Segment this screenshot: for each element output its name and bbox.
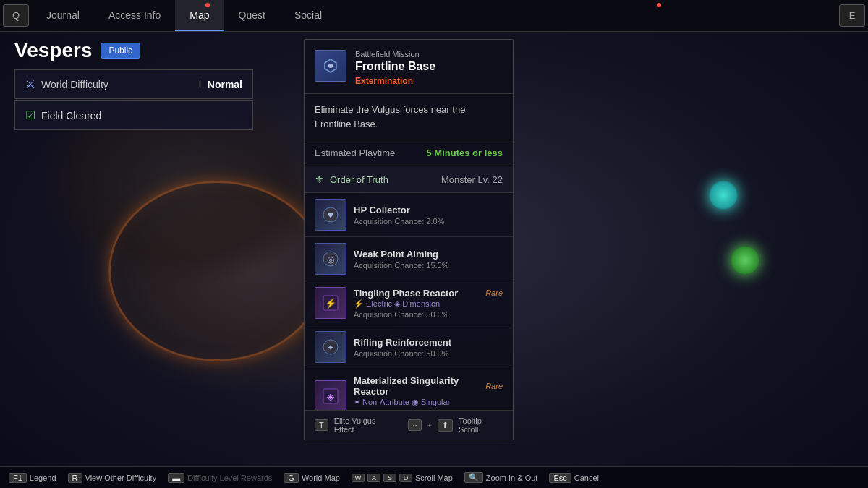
reward-info-1: Weak Point Aiming Acquisition Chance: 15…	[354, 249, 503, 270]
scroll-map-label: Scroll Map	[415, 474, 453, 482]
reward-item-tingling: ⚡ Tingling Phase Reactor Rare ⚡ Electric…	[305, 281, 513, 325]
playtime-label: Estimated Playtime	[315, 147, 395, 158]
zoom-item: 🔍 Zoom In & Out	[464, 472, 538, 483]
reward-thumb-4: ◈	[315, 380, 346, 410]
reward-name-4: Materialized Singularity Reactor	[354, 375, 485, 397]
faction-row: ⚜ Order of Truth Monster Lv. 22	[305, 166, 513, 193]
reward-thumb-3: ✦	[315, 331, 346, 363]
tab-quest[interactable]: Quest	[224, 0, 280, 31]
key-r: R	[68, 473, 82, 483]
cancel-item[interactable]: Esc Cancel	[549, 473, 599, 483]
key-e[interactable]: E	[839, 4, 865, 27]
cancel-label: Cancel	[574, 474, 599, 482]
tab-access-info[interactable]: Access Info	[94, 0, 175, 31]
footer-key-scroll: ⬆	[438, 419, 453, 432]
mission-popup: Battlefield Mission Frontline Base Exter…	[304, 39, 514, 440]
footer-key-dots: ··	[408, 419, 421, 431]
key-s: S	[383, 474, 396, 482]
tab-map[interactable]: Map	[175, 0, 224, 31]
key-w: W	[352, 474, 365, 482]
svg-text:◈: ◈	[327, 391, 334, 402]
faction-left: ⚜ Order of Truth	[315, 174, 388, 185]
reward-chance-2: Acquisition Chance: 50.0%	[354, 310, 503, 319]
reward-item-rifling: ✦ Rifling Reinforcement Acquisition Chan…	[305, 325, 513, 369]
reward-thumb-2: ⚡	[315, 287, 346, 319]
playtime-value: 5 Minutes or less	[427, 147, 503, 158]
map-node-green[interactable]	[731, 246, 760, 275]
tab-social[interactable]: Social	[280, 0, 336, 31]
svg-text:♥: ♥	[328, 209, 333, 221]
faction-icon: ⚜	[315, 174, 324, 185]
footer-tooltip-label: Tooltip Scroll	[459, 416, 503, 434]
nav-dot-q	[205, 3, 210, 7]
reward-name-1: Weak Point Aiming	[354, 249, 503, 260]
mission-name: Frontline Base	[355, 60, 503, 73]
reward-thumb-1: ◎	[315, 243, 346, 275]
field-cleared-row: ☑ Field Cleared	[14, 100, 253, 130]
difficulty-rewards-item: ▬ Difficulty Level Rewards	[168, 473, 272, 483]
footer-key-t: T	[315, 419, 328, 431]
tab-journal[interactable]: Journal	[32, 0, 94, 31]
legend-item[interactable]: F1 Legend	[9, 473, 56, 483]
faction-level: Monster Lv. 22	[441, 174, 503, 185]
reward-name-2: Tingling Phase Reactor	[354, 288, 458, 299]
key-g: G	[284, 473, 299, 483]
reward-rarity-4: Rare	[485, 382, 503, 390]
difficulty-rewards-label: Difficulty Level Rewards	[187, 474, 272, 482]
mission-description: Eliminate the Vulgus forces near the Fro…	[305, 94, 513, 140]
faction-name: Order of Truth	[330, 174, 388, 185]
reward-chance-0: Acquisition Chance: 2.0%	[354, 217, 503, 226]
key-f1: F1	[9, 473, 27, 483]
reward-name-3: Rifling Reinforcement	[354, 337, 503, 348]
terrain-ring	[109, 181, 326, 361]
bottom-bar: F1 Legend R View Other Difficulty ▬ Diff…	[0, 466, 868, 488]
svg-text:◎: ◎	[327, 254, 334, 265]
reward-info-2: Tingling Phase Reactor Rare ⚡ Electric ◈…	[354, 288, 503, 319]
mission-type: Battlefield Mission	[355, 50, 503, 59]
key-a: A	[367, 474, 380, 482]
map-node-cyan[interactable]	[709, 181, 738, 210]
mission-icon	[315, 50, 346, 82]
world-map-label: World Map	[302, 474, 340, 482]
key-esc: Esc	[549, 473, 571, 483]
reward-info-0: HP Collector Acquisition Chance: 2.0%	[354, 205, 503, 226]
reward-item-weak-point: ◎ Weak Point Aiming Acquisition Chance: …	[305, 237, 513, 281]
key-square: ▬	[168, 473, 184, 483]
svg-point-1	[328, 64, 333, 68]
key-q[interactable]: Q	[3, 4, 29, 27]
zoom-label: Zoom In & Out	[486, 474, 538, 482]
vespers-title: Vespers	[14, 39, 92, 62]
popup-header: Battlefield Mission Frontline Base Exter…	[305, 40, 513, 94]
view-difficulty-label: View Other Difficulty	[85, 474, 157, 482]
reward-chance-3: Acquisition Chance: 50.0%	[354, 349, 503, 358]
rewards-list[interactable]: ♥ HP Collector Acquisition Chance: 2.0% …	[305, 193, 513, 410]
difficulty-label: World Difficulty	[41, 79, 192, 90]
reward-info-3: Rifling Reinforcement Acquisition Chance…	[354, 337, 503, 358]
footer-label-elite: Elite Vulgus Effect	[334, 416, 397, 434]
world-map-item[interactable]: G World Map	[284, 473, 340, 483]
difficulty-separator: I	[198, 78, 201, 91]
svg-text:⚡: ⚡	[325, 297, 337, 309]
reward-item-materialized: ◈ Materialized Singularity Reactor Rare …	[305, 369, 513, 410]
reward-thumb-0: ♥	[315, 199, 346, 231]
reward-sub-4: ✦ Non-Attribute ◉ Singular	[354, 398, 503, 407]
playtime-row: Estimated Playtime 5 Minutes or less	[305, 140, 513, 166]
popup-footer: T Elite Vulgus Effect ·· + ⬆ Tooltip Scr…	[305, 410, 513, 440]
vespers-header: Vespers Public	[14, 39, 253, 62]
reward-chance-1: Acquisition Chance: 15.0%	[354, 261, 503, 270]
left-panel: Vespers Public ⚔ World Difficulty I Norm…	[14, 39, 253, 130]
top-nav: Q Journal Access Info Map Quest Social E	[0, 0, 868, 32]
view-difficulty-item[interactable]: R View Other Difficulty	[68, 473, 157, 483]
check-icon: ☑	[25, 108, 35, 122]
public-badge: Public	[101, 43, 140, 59]
reward-name-0: HP Collector	[354, 205, 503, 215]
reward-rarity-2: Rare	[485, 288, 503, 297]
field-cleared-text: Field Cleared	[41, 110, 101, 121]
difficulty-value: Normal	[208, 79, 242, 90]
svg-text:✦: ✦	[327, 343, 334, 353]
world-difficulty-row[interactable]: ⚔ World Difficulty I Normal	[14, 69, 253, 99]
popup-title-area: Battlefield Mission Frontline Base Exter…	[355, 50, 503, 86]
legend-label: Legend	[30, 474, 56, 482]
mission-subtype: Extermination	[355, 76, 503, 86]
key-zoom: 🔍	[464, 472, 483, 483]
